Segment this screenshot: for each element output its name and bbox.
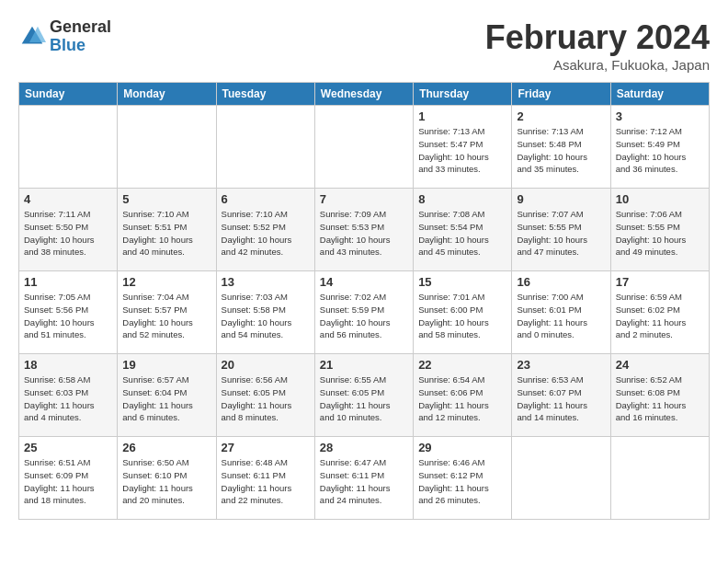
calendar-cell: 25Sunrise: 6:51 AM Sunset: 6:09 PM Dayli… — [19, 437, 118, 520]
day-number: 22 — [418, 358, 506, 372]
title-block: February 2024 Asakura, Fukuoka, Japan — [485, 18, 710, 73]
calendar-cell: 18Sunrise: 6:58 AM Sunset: 6:03 PM Dayli… — [19, 354, 118, 437]
day-number: 11 — [24, 275, 112, 289]
day-info: Sunrise: 7:10 AM Sunset: 5:51 PM Dayligh… — [122, 208, 210, 259]
day-number: 8 — [418, 192, 506, 206]
day-info: Sunrise: 7:12 AM Sunset: 5:49 PM Dayligh… — [616, 125, 704, 176]
logo-general: General — [50, 18, 111, 37]
day-number: 9 — [517, 192, 605, 206]
day-number: 19 — [122, 358, 210, 372]
day-info: Sunrise: 6:59 AM Sunset: 6:02 PM Dayligh… — [616, 291, 704, 341]
day-info: Sunrise: 6:48 AM Sunset: 6:11 PM Dayligh… — [222, 456, 310, 507]
calendar-cell: 20Sunrise: 6:56 AM Sunset: 6:05 PM Dayli… — [216, 354, 314, 437]
logo: General Blue — [18, 18, 111, 55]
day-number: 24 — [616, 358, 704, 372]
calendar-cell: 28Sunrise: 6:47 AM Sunset: 6:11 PM Dayli… — [314, 437, 413, 520]
logo-icon — [18, 23, 46, 51]
day-number: 13 — [222, 275, 310, 289]
calendar-cell: 22Sunrise: 6:54 AM Sunset: 6:06 PM Dayli… — [414, 354, 512, 437]
day-info: Sunrise: 7:04 AM Sunset: 5:57 PM Dayligh… — [122, 291, 210, 341]
calendar-cell: 12Sunrise: 7:04 AM Sunset: 5:57 PM Dayli… — [118, 271, 216, 354]
day-number: 15 — [418, 275, 506, 289]
day-info: Sunrise: 7:05 AM Sunset: 5:56 PM Dayligh… — [24, 291, 112, 341]
weekday-header-row: SundayMondayTuesdayWednesdayThursdayFrid… — [19, 83, 710, 106]
day-info: Sunrise: 6:56 AM Sunset: 6:05 PM Dayligh… — [222, 373, 310, 424]
day-info: Sunrise: 6:51 AM Sunset: 6:09 PM Dayligh… — [24, 456, 112, 507]
day-info: Sunrise: 7:03 AM Sunset: 5:58 PM Dayligh… — [222, 291, 310, 341]
calendar-cell: 17Sunrise: 6:59 AM Sunset: 6:02 PM Dayli… — [610, 271, 709, 354]
calendar-cell — [610, 437, 709, 520]
day-info: Sunrise: 6:50 AM Sunset: 6:10 PM Dayligh… — [122, 456, 210, 507]
calendar-cell: 10Sunrise: 7:06 AM Sunset: 5:55 PM Dayli… — [610, 189, 709, 271]
day-info: Sunrise: 7:07 AM Sunset: 5:55 PM Dayligh… — [517, 208, 605, 259]
day-number: 16 — [517, 275, 605, 289]
day-number: 26 — [122, 441, 210, 454]
calendar-cell: 13Sunrise: 7:03 AM Sunset: 5:58 PM Dayli… — [216, 271, 314, 354]
weekday-header: Wednesday — [314, 83, 413, 106]
calendar-cell: 8Sunrise: 7:08 AM Sunset: 5:54 PM Daylig… — [414, 189, 512, 271]
calendar-cell: 7Sunrise: 7:09 AM Sunset: 5:53 PM Daylig… — [314, 189, 413, 271]
day-info: Sunrise: 6:55 AM Sunset: 6:05 PM Dayligh… — [320, 373, 408, 424]
day-info: Sunrise: 6:58 AM Sunset: 6:03 PM Dayligh… — [24, 373, 112, 424]
calendar-cell: 11Sunrise: 7:05 AM Sunset: 5:56 PM Dayli… — [19, 271, 118, 354]
calendar-cell — [19, 106, 118, 189]
calendar-cell: 21Sunrise: 6:55 AM Sunset: 6:05 PM Dayli… — [314, 354, 413, 437]
day-number: 20 — [222, 358, 310, 372]
day-info: Sunrise: 6:47 AM Sunset: 6:11 PM Dayligh… — [320, 456, 408, 507]
day-info: Sunrise: 7:09 AM Sunset: 5:53 PM Dayligh… — [320, 208, 408, 259]
calendar-week-row: 11Sunrise: 7:05 AM Sunset: 5:56 PM Dayli… — [19, 271, 710, 354]
calendar-week-row: 18Sunrise: 6:58 AM Sunset: 6:03 PM Dayli… — [19, 354, 710, 437]
day-info: Sunrise: 7:02 AM Sunset: 5:59 PM Dayligh… — [320, 291, 408, 341]
day-number: 28 — [320, 441, 408, 454]
calendar-week-row: 1Sunrise: 7:13 AM Sunset: 5:47 PM Daylig… — [19, 106, 710, 189]
day-number: 21 — [320, 358, 408, 372]
day-info: Sunrise: 7:00 AM Sunset: 6:01 PM Dayligh… — [517, 291, 605, 341]
calendar-cell: 16Sunrise: 7:00 AM Sunset: 6:01 PM Dayli… — [512, 271, 610, 354]
calendar-cell: 26Sunrise: 6:50 AM Sunset: 6:10 PM Dayli… — [118, 437, 216, 520]
calendar-cell: 23Sunrise: 6:53 AM Sunset: 6:07 PM Dayli… — [512, 354, 610, 437]
page-title: February 2024 — [485, 18, 710, 57]
day-number: 18 — [24, 358, 112, 372]
logo-blue: Blue — [50, 37, 111, 55]
day-info: Sunrise: 7:10 AM Sunset: 5:52 PM Dayligh… — [222, 208, 310, 259]
day-number: 27 — [222, 441, 310, 454]
calendar-cell: 15Sunrise: 7:01 AM Sunset: 6:00 PM Dayli… — [414, 271, 512, 354]
weekday-header: Sunday — [19, 83, 118, 106]
calendar-cell: 2Sunrise: 7:13 AM Sunset: 5:48 PM Daylig… — [512, 106, 610, 189]
weekday-header: Monday — [118, 83, 216, 106]
calendar-table: SundayMondayTuesdayWednesdayThursdayFrid… — [18, 82, 710, 520]
day-number: 4 — [24, 192, 112, 206]
page-header: General Blue February 2024 Asakura, Fuku… — [18, 18, 710, 73]
day-info: Sunrise: 7:01 AM Sunset: 6:00 PM Dayligh… — [418, 291, 506, 341]
calendar-cell: 27Sunrise: 6:48 AM Sunset: 6:11 PM Dayli… — [216, 437, 314, 520]
day-info: Sunrise: 7:13 AM Sunset: 5:47 PM Dayligh… — [418, 125, 506, 176]
calendar-cell — [118, 106, 216, 189]
day-info: Sunrise: 6:53 AM Sunset: 6:07 PM Dayligh… — [517, 373, 605, 424]
calendar-cell: 29Sunrise: 6:46 AM Sunset: 6:12 PM Dayli… — [414, 437, 512, 520]
day-info: Sunrise: 7:08 AM Sunset: 5:54 PM Dayligh… — [418, 208, 506, 259]
calendar-cell: 24Sunrise: 6:52 AM Sunset: 6:08 PM Dayli… — [610, 354, 709, 437]
day-info: Sunrise: 6:52 AM Sunset: 6:08 PM Dayligh… — [616, 373, 704, 424]
calendar-cell: 6Sunrise: 7:10 AM Sunset: 5:52 PM Daylig… — [216, 189, 314, 271]
weekday-header: Friday — [512, 83, 610, 106]
day-info: Sunrise: 7:13 AM Sunset: 5:48 PM Dayligh… — [517, 125, 605, 176]
calendar-cell — [216, 106, 314, 189]
calendar-cell — [314, 106, 413, 189]
day-number: 3 — [616, 109, 704, 123]
day-number: 5 — [122, 192, 210, 206]
day-number: 1 — [418, 109, 506, 123]
page-subtitle: Asakura, Fukuoka, Japan — [485, 57, 710, 73]
calendar-week-row: 25Sunrise: 6:51 AM Sunset: 6:09 PM Dayli… — [19, 437, 710, 520]
calendar-cell: 3Sunrise: 7:12 AM Sunset: 5:49 PM Daylig… — [610, 106, 709, 189]
weekday-header: Tuesday — [216, 83, 314, 106]
day-info: Sunrise: 7:11 AM Sunset: 5:50 PM Dayligh… — [24, 208, 112, 259]
day-number: 17 — [616, 275, 704, 289]
calendar-cell: 19Sunrise: 6:57 AM Sunset: 6:04 PM Dayli… — [118, 354, 216, 437]
day-info: Sunrise: 7:06 AM Sunset: 5:55 PM Dayligh… — [616, 208, 704, 259]
day-number: 6 — [222, 192, 310, 206]
day-number: 2 — [517, 109, 605, 123]
day-info: Sunrise: 6:57 AM Sunset: 6:04 PM Dayligh… — [122, 373, 210, 424]
day-number: 23 — [517, 358, 605, 372]
calendar-week-row: 4Sunrise: 7:11 AM Sunset: 5:50 PM Daylig… — [19, 189, 710, 271]
day-info: Sunrise: 6:54 AM Sunset: 6:06 PM Dayligh… — [418, 373, 506, 424]
